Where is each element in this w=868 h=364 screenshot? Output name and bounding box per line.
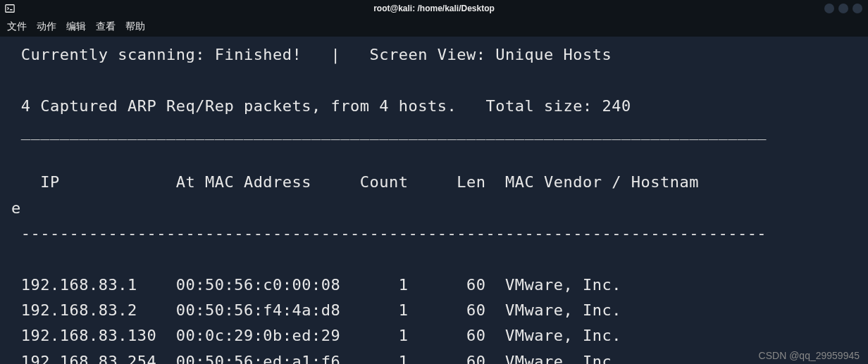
table-header-line2: e — [11, 199, 21, 217]
menu-help[interactable]: 帮助 — [125, 20, 145, 33]
menu-action[interactable]: 动作 — [37, 20, 56, 33]
watermark: CSDN @qq_29959945 — [759, 350, 860, 361]
minimize-button[interactable] — [824, 4, 834, 13]
table-row: 192.168.83.2 00:50:56:f4:4a:d8 1 60 VMwa… — [11, 301, 621, 319]
table-header-line1: IP At MAC Address Count Len MAC Vendor /… — [11, 173, 699, 191]
table-row: 192.168.83.130 00:0c:29:0b:ed:29 1 60 VM… — [11, 327, 621, 344]
divider-mid: ----------------------------------------… — [11, 225, 767, 242]
menubar: 文件 动作 编辑 查看 帮助 — [0, 17, 868, 37]
svg-rect-0 — [6, 5, 14, 13]
menu-view[interactable]: 查看 — [96, 20, 116, 33]
table-row: 192.168.83.1 00:50:56:c0:00:08 1 60 VMwa… — [11, 276, 621, 294]
scan-summary-line: 4 Captured ARP Req/Rep packets, from 4 h… — [11, 97, 631, 115]
close-button[interactable] — [852, 4, 862, 13]
maximize-button[interactable] — [838, 4, 848, 13]
terminal-output[interactable]: Currently scanning: Finished! | Screen V… — [0, 37, 868, 364]
terminal-icon — [4, 3, 16, 14]
window-controls — [824, 4, 862, 13]
table-row: 192.168.83.254 00:50:56:ed:a1:f6 1 60 VM… — [11, 353, 621, 364]
window-title: root@kali: /home/kali/Desktop — [373, 4, 495, 13]
scan-status-line: Currently scanning: Finished! | Screen V… — [11, 46, 612, 63]
window-titlebar: root@kali: /home/kali/Desktop — [0, 0, 868, 17]
menu-edit[interactable]: 编辑 — [66, 20, 86, 33]
divider-top: ________________________________________… — [11, 123, 767, 140]
menu-file[interactable]: 文件 — [7, 20, 27, 33]
